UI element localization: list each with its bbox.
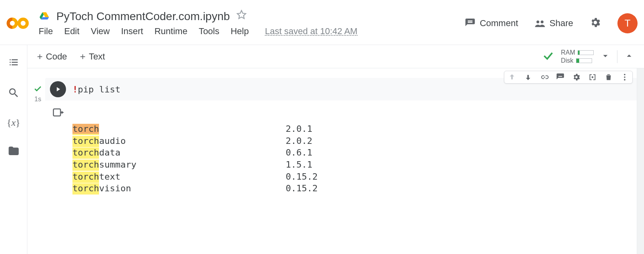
output-toggle-icon[interactable]: [50, 107, 66, 195]
menu-view[interactable]: View: [91, 26, 109, 37]
connected-check-icon: [542, 50, 554, 63]
search-icon[interactable]: [8, 87, 20, 100]
toc-icon[interactable]: [8, 56, 20, 70]
runtime-dropdown-icon[interactable]: [600, 51, 611, 63]
menu-file[interactable]: File: [39, 26, 53, 37]
move-down-icon[interactable]: [524, 73, 533, 82]
svg-point-1: [19, 19, 27, 27]
colab-logo: [6, 12, 29, 35]
delete-icon[interactable]: [604, 73, 613, 82]
cell-toolbar: [504, 71, 633, 84]
svg-point-3: [541, 20, 544, 23]
menu-tools[interactable]: Tools: [199, 26, 219, 37]
avatar[interactable]: T: [617, 13, 638, 33]
header-bar: PyToch CommentCoder.com.ipynb File Edit …: [0, 0, 644, 45]
svg-rect-7: [54, 109, 61, 116]
comment-icon[interactable]: [556, 73, 565, 82]
star-icon[interactable]: [236, 10, 247, 23]
comment-button[interactable]: Comment: [464, 18, 518, 29]
add-code-button[interactable]: +Code: [37, 51, 67, 62]
svg-point-6: [624, 79, 625, 81]
variables-icon[interactable]: {x}: [7, 117, 21, 128]
disk-meter: [576, 58, 592, 63]
resource-indicator[interactable]: RAM Disk: [561, 49, 594, 64]
notebook-area: 1s !pip list: [27, 68, 644, 254]
scrollbar[interactable]: [637, 68, 644, 254]
menu-edit[interactable]: Edit: [64, 26, 79, 37]
share-button[interactable]: Share: [534, 18, 573, 29]
menu-runtime[interactable]: Runtime: [155, 26, 188, 37]
comment-label: Comment: [480, 18, 518, 29]
output-area: torch 2.0.1 torchaudio 2.0.2 torchdata 0…: [45, 100, 638, 198]
collapse-icon[interactable]: [624, 51, 634, 63]
drive-icon: [39, 11, 50, 22]
last-saved-text[interactable]: Last saved at 10:42 AM: [265, 26, 357, 37]
cell-settings-icon[interactable]: [572, 73, 581, 82]
menu-bar: File Edit View Insert Runtime Tools Help…: [39, 26, 464, 37]
code-editor[interactable]: !pip list: [72, 84, 633, 94]
settings-icon[interactable]: [589, 16, 601, 30]
ram-meter: [578, 50, 594, 55]
menu-help[interactable]: Help: [231, 26, 249, 37]
insert-toolbar: +Code +Text RAM Disk: [27, 45, 644, 68]
output-content[interactable]: torch 2.0.1 torchaudio 2.0.2 torchdata 0…: [72, 107, 318, 195]
separator: [617, 50, 617, 63]
cell-status: 1s: [31, 78, 45, 198]
files-icon[interactable]: [8, 145, 20, 159]
cell-exec-time: 1s: [31, 96, 45, 103]
mirror-icon[interactable]: [588, 73, 597, 82]
svg-point-4: [624, 74, 625, 76]
move-up-icon[interactable]: [508, 73, 516, 82]
menu-insert[interactable]: Insert: [121, 26, 143, 37]
svg-point-2: [537, 20, 539, 23]
share-label: Share: [549, 18, 573, 29]
svg-point-5: [624, 76, 625, 78]
link-icon[interactable]: [540, 73, 549, 82]
run-cell-button[interactable]: [50, 81, 66, 97]
left-sidebar: {x}: [0, 45, 27, 254]
cell-executed-check-icon: [31, 84, 45, 95]
add-text-button[interactable]: +Text: [80, 51, 105, 62]
code-cell[interactable]: !pip list torch 2.0.1 torchaudio 2.0.2 t…: [45, 78, 638, 198]
more-icon[interactable]: [620, 73, 629, 82]
notebook-title[interactable]: PyToch CommentCoder.com.ipynb: [56, 10, 230, 23]
